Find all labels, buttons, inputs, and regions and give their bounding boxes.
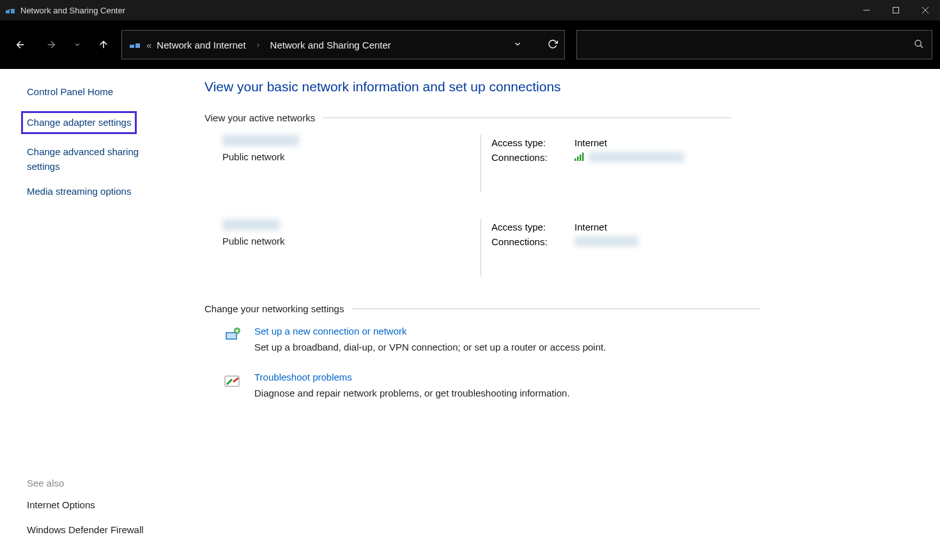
svg-rect-0	[6, 10, 10, 13]
svg-rect-1	[11, 9, 15, 13]
svg-rect-8	[580, 155, 582, 161]
connection-name-redacted[interactable]: ██████	[574, 236, 638, 246]
titlebar: Network and Sharing Center	[0, 0, 940, 20]
app-icon	[5, 5, 15, 15]
sidebar-defender-firewall[interactable]: Windows Defender Firewall	[27, 522, 171, 537]
connection-name-redacted[interactable]: ████████	[589, 152, 684, 162]
setup-connection-link[interactable]: Set up a new connection or network	[254, 326, 606, 337]
svg-rect-11	[227, 333, 236, 338]
window-title: Network and Sharing Center	[20, 6, 125, 15]
troubleshoot-icon	[222, 372, 243, 392]
svg-rect-3	[130, 45, 134, 48]
svg-rect-7	[577, 156, 579, 161]
svg-rect-2	[893, 8, 899, 13]
search-box[interactable]	[576, 30, 932, 59]
access-type-label: Access type:	[491, 222, 574, 232]
network-type: Public network	[222, 151, 481, 162]
search-icon[interactable]	[914, 39, 924, 51]
access-type-value: Internet	[574, 137, 607, 148]
svg-rect-4	[135, 43, 140, 48]
page-title: View your basic network information and …	[204, 79, 914, 95]
breadcrumb-network-internet[interactable]: Network and Internet	[157, 40, 245, 50]
setup-connection-desc: Set up a broadband, dial-up, or VPN conn…	[254, 342, 606, 352]
search-input[interactable]	[585, 40, 914, 50]
sidebar-internet-options[interactable]: Internet Options	[27, 497, 171, 512]
address-bar[interactable]: « Network and Internet Network and Shari…	[121, 30, 565, 59]
connections-label: Connections:	[491, 152, 574, 163]
recent-dropdown[interactable]	[69, 32, 86, 57]
sidebar-change-adapter-settings[interactable]: Change adapter settings	[21, 111, 137, 133]
svg-rect-13	[225, 376, 239, 386]
setup-connection-item: Set up a new connection or network Set u…	[204, 326, 914, 352]
network-entry: █████ Public network Access type: Intern…	[204, 219, 914, 276]
breadcrumb-network-sharing-center[interactable]: Network and Sharing Center	[270, 40, 391, 50]
connections-label: Connections:	[491, 236, 574, 247]
sidebar-change-advanced-sharing[interactable]: Change advanced sharing settings	[27, 144, 171, 174]
svg-point-5	[915, 40, 921, 46]
svg-rect-9	[582, 153, 584, 161]
addr-laquo: «	[146, 40, 151, 50]
active-networks-header: View your active networks	[204, 112, 914, 123]
access-type-label: Access type:	[491, 137, 574, 148]
network-location-icon	[128, 38, 141, 51]
up-button[interactable]	[91, 32, 116, 57]
sidebar-control-panel-home[interactable]: Control Panel Home	[27, 84, 171, 99]
access-type-value: Internet	[574, 222, 607, 232]
chevron-right-icon	[255, 40, 261, 50]
main-content: View your basic network information and …	[184, 69, 940, 560]
change-settings-header: Change your networking settings	[204, 303, 914, 314]
close-button[interactable]	[911, 0, 940, 20]
wifi-signal-icon	[574, 152, 585, 163]
back-button[interactable]	[8, 32, 33, 57]
troubleshoot-desc: Diagnose and repair network problems, or…	[254, 388, 570, 398]
navbar: « Network and Internet Network and Shari…	[0, 20, 940, 69]
refresh-button[interactable]	[548, 39, 558, 51]
network-entry: ████████ Public network Access type: Int…	[204, 135, 914, 192]
minimize-button[interactable]	[852, 0, 881, 20]
forward-button[interactable]	[38, 32, 64, 57]
troubleshoot-item: Troubleshoot problems Diagnose and repai…	[204, 372, 914, 398]
see-also-header: See also	[27, 478, 171, 488]
network-type: Public network	[222, 236, 481, 246]
network-name-redacted: █████	[222, 219, 280, 231]
setup-connection-icon	[222, 326, 243, 346]
sidebar: Control Panel Home Change adapter settin…	[0, 69, 184, 560]
network-name-redacted: ████████	[222, 135, 299, 146]
sidebar-media-streaming[interactable]: Media streaming options	[27, 184, 171, 199]
svg-rect-6	[574, 158, 576, 161]
troubleshoot-link[interactable]: Troubleshoot problems	[254, 372, 570, 382]
maximize-button[interactable]	[881, 0, 911, 20]
address-dropdown-icon[interactable]	[513, 40, 522, 50]
